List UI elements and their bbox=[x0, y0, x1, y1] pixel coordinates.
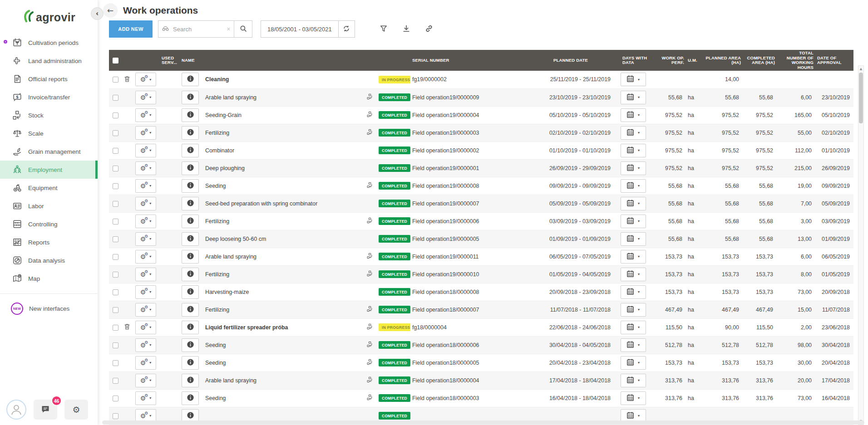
name-cell[interactable]: Deep ploughing bbox=[203, 159, 363, 177]
info-button[interactable] bbox=[182, 215, 199, 228]
delete-button[interactable] bbox=[123, 75, 131, 84]
sidebar-item-reports[interactable]: Reports bbox=[0, 233, 98, 251]
actions-dropdown-button[interactable]: ⚙⚙▾ bbox=[135, 338, 156, 352]
sidebar-item-labor[interactable]: Labor bbox=[0, 197, 98, 215]
select-all-checkbox[interactable] bbox=[113, 58, 118, 64]
row-checkbox[interactable] bbox=[113, 201, 118, 207]
download-button[interactable] bbox=[402, 24, 411, 34]
info-button[interactable] bbox=[182, 232, 199, 246]
name-cell[interactable]: Fertilizing bbox=[203, 265, 363, 283]
actions-dropdown-button[interactable]: ⚙⚙▾ bbox=[135, 232, 156, 246]
sidebar-item-new-interfaces[interactable]: NEWNew interfaces bbox=[0, 299, 98, 318]
name-cell[interactable]: Combinator bbox=[203, 142, 363, 159]
days-with-data-button[interactable]: ▾ bbox=[621, 232, 646, 246]
name-cell[interactable]: Fertilizing bbox=[203, 301, 363, 318]
link-button[interactable] bbox=[424, 24, 434, 34]
days-with-data-button[interactable]: ▾ bbox=[621, 73, 646, 86]
name-cell[interactable]: Seeding-Grain bbox=[203, 106, 363, 124]
column-header-working-hours[interactable]: TOTAL NUMBER OF WORKING HOURS bbox=[777, 50, 815, 71]
info-button[interactable] bbox=[182, 391, 199, 405]
back-button[interactable]: ← bbox=[103, 3, 118, 18]
actions-dropdown-button[interactable]: ⚙⚙▾ bbox=[135, 250, 156, 264]
sidebar-item-cultivation-periods[interactable]: Cultivation periods bbox=[0, 34, 98, 52]
name-cell[interactable]: Cleaning bbox=[203, 71, 363, 88]
row-checkbox[interactable] bbox=[113, 396, 118, 401]
days-with-data-button[interactable]: ▾ bbox=[621, 356, 646, 370]
row-checkbox[interactable] bbox=[113, 413, 118, 419]
days-with-data-button[interactable]: ▾ bbox=[621, 374, 646, 387]
clear-search-icon[interactable]: ✕ bbox=[227, 26, 231, 32]
info-button[interactable] bbox=[182, 268, 199, 281]
row-checkbox[interactable] bbox=[113, 219, 118, 225]
column-header-serial-number[interactable]: SERIAL NUMBER bbox=[410, 50, 533, 71]
actions-dropdown-button[interactable]: ⚙⚙▾ bbox=[135, 356, 156, 370]
actions-dropdown-button[interactable]: ⚙⚙▾ bbox=[135, 374, 156, 387]
days-with-data-button[interactable]: ▾ bbox=[621, 215, 646, 228]
days-with-data-button[interactable]: ▾ bbox=[621, 285, 646, 299]
name-cell[interactable]: Seeding bbox=[203, 389, 363, 407]
actions-dropdown-button[interactable]: ⚙⚙▾ bbox=[135, 179, 156, 193]
row-checkbox[interactable] bbox=[113, 272, 118, 278]
info-button[interactable] bbox=[182, 250, 199, 264]
days-with-data-button[interactable]: ▾ bbox=[621, 126, 646, 140]
sidebar-item-grain-management[interactable]: Grain management bbox=[0, 142, 98, 161]
date-range-value[interactable]: 18/05/2001 - 03/05/2021 bbox=[261, 26, 338, 33]
name-cell[interactable]: Harvesting-maize bbox=[203, 283, 363, 301]
days-with-data-button[interactable]: ▾ bbox=[621, 338, 646, 352]
column-header-days-with-data[interactable]: DAYS WITH DATA bbox=[615, 50, 651, 71]
row-checkbox[interactable] bbox=[113, 360, 118, 366]
days-with-data-button[interactable]: ▾ bbox=[621, 91, 646, 104]
sidebar-item-equipment[interactable]: Equipment bbox=[0, 179, 98, 197]
row-checkbox[interactable] bbox=[113, 325, 118, 331]
row-checkbox[interactable] bbox=[113, 254, 118, 260]
actions-dropdown-button[interactable]: ⚙⚙▾ bbox=[135, 144, 156, 157]
search-button[interactable] bbox=[234, 20, 252, 38]
info-button[interactable] bbox=[182, 338, 199, 352]
column-header-planned-area[interactable]: PLANNED AREA (HA) bbox=[700, 50, 743, 71]
days-with-data-button[interactable]: ▾ bbox=[621, 321, 646, 334]
row-checkbox[interactable] bbox=[113, 378, 118, 384]
info-button[interactable] bbox=[182, 321, 199, 334]
column-header-planned-date[interactable]: PLANNED DATE bbox=[533, 50, 615, 71]
horizontal-scrollbar[interactable] bbox=[102, 420, 864, 425]
scrollbar-thumb[interactable] bbox=[859, 73, 863, 123]
actions-dropdown-button[interactable]: ⚙⚙▾ bbox=[135, 197, 156, 210]
actions-dropdown-button[interactable]: ⚙⚙▾ bbox=[135, 73, 156, 86]
row-checkbox[interactable] bbox=[113, 166, 118, 171]
days-with-data-button[interactable]: ▾ bbox=[621, 391, 646, 405]
sidebar-item-land-administration[interactable]: Land administration bbox=[0, 52, 98, 70]
row-checkbox[interactable] bbox=[113, 289, 118, 295]
column-header-date-of-approval[interactable]: DATE OF APPROVAL bbox=[815, 50, 853, 71]
info-button[interactable] bbox=[182, 161, 199, 175]
info-button[interactable] bbox=[182, 126, 199, 140]
info-button[interactable] bbox=[182, 374, 199, 387]
actions-dropdown-button[interactable]: ⚙⚙▾ bbox=[135, 215, 156, 228]
sidebar-item-stock[interactable]: Stock bbox=[0, 106, 98, 124]
column-header-work-op-perf[interactable]: WORK OP. PERF. bbox=[651, 50, 686, 71]
filter-button[interactable] bbox=[379, 24, 388, 34]
name-cell[interactable]: Deep looseing 50-60 cm bbox=[203, 230, 363, 248]
info-button[interactable] bbox=[182, 144, 199, 157]
sidebar-collapse-button[interactable]: ‹ bbox=[91, 7, 104, 20]
actions-dropdown-button[interactable]: ⚙⚙▾ bbox=[135, 268, 156, 281]
name-cell[interactable]: Arable land spraying bbox=[203, 371, 363, 389]
actions-dropdown-button[interactable]: ⚙⚙▾ bbox=[135, 126, 156, 140]
days-with-data-button[interactable]: ▾ bbox=[621, 197, 646, 210]
actions-dropdown-button[interactable]: ⚙⚙▾ bbox=[135, 285, 156, 299]
avatar[interactable] bbox=[6, 400, 26, 420]
row-checkbox[interactable] bbox=[113, 342, 118, 348]
column-header-used-services[interactable]: USED SERV... bbox=[160, 50, 180, 71]
row-checkbox[interactable] bbox=[113, 130, 118, 136]
days-with-data-button[interactable]: ▾ bbox=[621, 144, 646, 157]
name-cell[interactable]: Seeding bbox=[203, 336, 363, 354]
refresh-button[interactable] bbox=[338, 21, 355, 37]
sidebar-item-scale[interactable]: Scale bbox=[0, 124, 98, 142]
info-button[interactable] bbox=[182, 285, 199, 299]
actions-dropdown-button[interactable]: ⚙⚙▾ bbox=[135, 391, 156, 405]
info-button[interactable] bbox=[182, 303, 199, 317]
column-header-completed-area[interactable]: COMPLETED AREA (HA) bbox=[743, 50, 777, 71]
actions-dropdown-button[interactable]: ⚙⚙▾ bbox=[135, 161, 156, 175]
column-header-name[interactable]: NAME bbox=[180, 50, 363, 71]
info-button[interactable] bbox=[182, 73, 199, 86]
info-button[interactable] bbox=[182, 197, 199, 210]
